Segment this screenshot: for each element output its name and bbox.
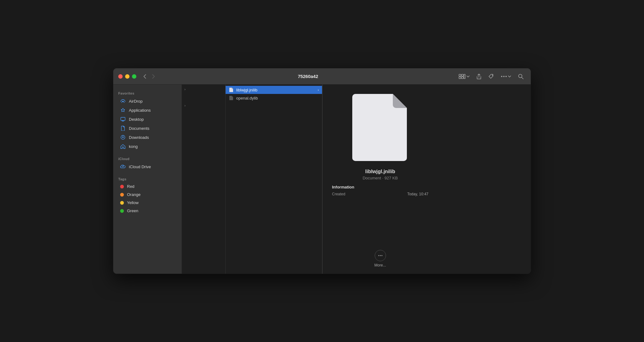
sidebar-item-label: AirDrop <box>129 99 143 104</box>
title-bar: 75260a42 <box>113 68 531 85</box>
sidebar-item-airdrop[interactable]: AirDrop <box>115 97 180 105</box>
sidebar-tag-red[interactable]: Red <box>115 183 180 190</box>
tag-label-red: Red <box>127 184 134 189</box>
green-tag-dot <box>120 209 124 213</box>
svg-point-15 <box>381 255 382 256</box>
sidebar-item-desktop[interactable]: Desktop <box>115 115 180 124</box>
sidebar-tag-yellow[interactable]: Yellow <box>115 199 180 207</box>
svg-rect-4 <box>464 74 465 79</box>
sidebar-tag-green[interactable]: Green <box>115 207 180 215</box>
documents-icon <box>120 125 126 131</box>
svg-line-10 <box>522 77 523 79</box>
created-label: Created <box>332 192 345 196</box>
preview-icon-area <box>352 94 408 163</box>
tag-label-yellow: Yellow <box>127 200 139 205</box>
tag-label-green: Green <box>127 208 138 213</box>
svg-rect-0 <box>459 74 461 76</box>
orange-tag-dot <box>120 193 124 197</box>
more-actions-button[interactable] <box>375 250 386 261</box>
share-button[interactable] <box>474 72 484 81</box>
svg-rect-2 <box>459 77 461 79</box>
svg-point-7 <box>503 76 505 77</box>
svg-point-9 <box>519 74 522 78</box>
yellow-tag-dot <box>120 201 124 205</box>
preview-created-row: Created Today, 10:47 <box>332 191 428 197</box>
file-icon-liblwjgl <box>229 87 234 92</box>
svg-point-5 <box>492 75 493 76</box>
home-icon <box>120 144 126 149</box>
applications-icon <box>120 107 126 113</box>
svg-rect-3 <box>461 77 463 79</box>
created-value: Today, 10:47 <box>407 192 428 196</box>
main-content: Favorites AirDrop <box>113 85 531 274</box>
col1-chevron-icon: › <box>184 87 186 91</box>
sidebar-item-downloads[interactable]: Downloads <box>115 133 180 142</box>
search-button[interactable] <box>516 72 526 81</box>
tags-header: Tags <box>113 175 182 182</box>
column-1-item-2[interactable]: › <box>182 102 225 109</box>
favorites-header: Favorites <box>113 89 182 96</box>
sidebar-item-label: Desktop <box>129 117 144 122</box>
column-browser: › › liblwjgl.jnilib <box>182 85 531 274</box>
sidebar: Favorites AirDrop <box>113 85 182 274</box>
preview-pane: liblwjgl.jnilib Document · 927 KB Inform… <box>322 85 438 274</box>
column-1: › › <box>182 85 226 274</box>
preview-info: liblwjgl.jnilib Document · 927 KB Inform… <box>329 169 432 197</box>
more-button[interactable] <box>499 74 513 79</box>
view-toggle-button[interactable] <box>456 72 472 81</box>
file-arrow-liblwjgl: › <box>318 88 319 92</box>
icloud-header: iCloud <box>113 154 182 162</box>
icloud-icon <box>120 164 126 169</box>
svg-point-13 <box>378 255 379 256</box>
traffic-lights <box>118 74 136 79</box>
tag-button[interactable] <box>486 72 496 81</box>
nav-buttons <box>141 73 157 80</box>
preview-section-info: Information <box>332 185 428 189</box>
column-1-item-1[interactable]: › <box>182 86 225 93</box>
airdrop-icon <box>120 98 126 104</box>
finder-window: 75260a42 <box>113 68 531 274</box>
svg-point-6 <box>501 76 502 77</box>
preview-more-area: More... <box>329 250 432 274</box>
column-2: liblwjgl.jnilib › openal.dylib <box>226 85 322 274</box>
file-item-liblwjgl[interactable]: liblwjgl.jnilib › <box>226 86 322 94</box>
back-button[interactable] <box>141 73 148 80</box>
sidebar-item-label: kong <box>129 144 138 149</box>
file-icon-openal <box>229 95 234 100</box>
maximize-button[interactable] <box>132 74 136 79</box>
svg-rect-1 <box>461 74 463 76</box>
file-item-openal[interactable]: openal.dylib <box>226 94 322 102</box>
window-title: 75260a42 <box>298 74 318 79</box>
forward-button[interactable] <box>150 73 157 80</box>
sidebar-item-label: Downloads <box>129 135 149 140</box>
desktop-icon <box>120 116 126 122</box>
col1-chevron2-icon: › <box>184 104 186 107</box>
sidebar-item-label: Applications <box>129 108 151 113</box>
preview-meta: Document · 927 KB <box>332 176 428 180</box>
svg-rect-11 <box>121 117 125 120</box>
sidebar-item-applications[interactable]: Applications <box>115 106 180 115</box>
close-button[interactable] <box>118 74 123 79</box>
preview-filename: liblwjgl.jnilib <box>332 169 428 174</box>
sidebar-item-icloud-drive[interactable]: iCloud Drive <box>115 162 180 171</box>
more-label: More... <box>374 263 386 267</box>
minimize-button[interactable] <box>125 74 129 79</box>
sidebar-item-documents[interactable]: Documents <box>115 124 180 133</box>
svg-point-8 <box>505 76 507 77</box>
sidebar-item-label: Documents <box>129 126 149 131</box>
toolbar-actions <box>456 72 526 81</box>
sidebar-tag-orange[interactable]: Orange <box>115 191 180 198</box>
tag-label-orange: Orange <box>127 192 140 197</box>
preview-document-icon <box>352 94 408 163</box>
file-name-liblwjgl: liblwjgl.jnilib <box>236 88 315 92</box>
sidebar-item-kong[interactable]: kong <box>115 142 180 151</box>
file-name-openal: openal.dylib <box>236 96 319 100</box>
sidebar-item-label: iCloud Drive <box>129 164 151 169</box>
red-tag-dot <box>120 185 124 188</box>
svg-point-14 <box>380 255 381 256</box>
downloads-icon <box>120 134 126 140</box>
